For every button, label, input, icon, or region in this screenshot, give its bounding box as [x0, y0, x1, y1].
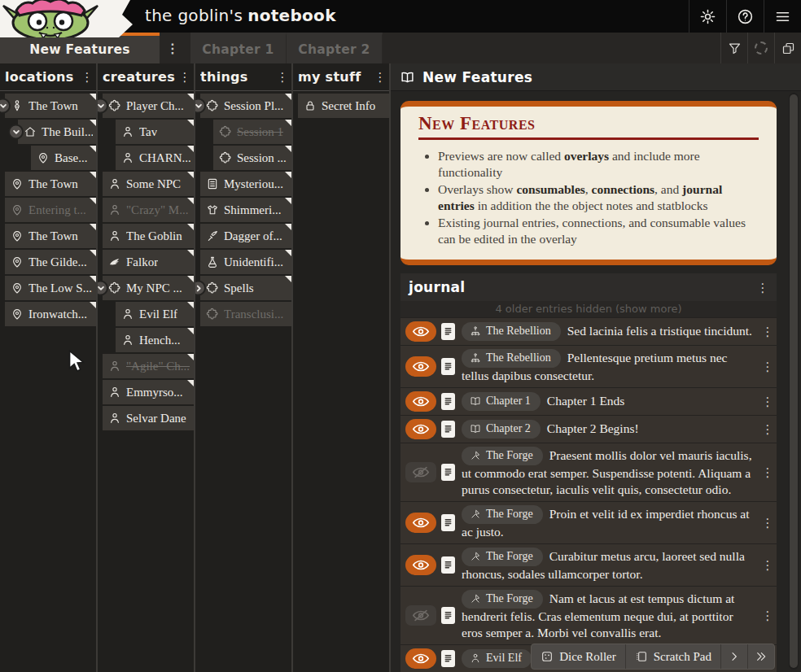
- panel-scroll-area: New Features Previews are now called ove…: [391, 91, 801, 672]
- tree-item[interactable]: The Goblin: [103, 224, 194, 248]
- tree-item[interactable]: Hench...: [116, 328, 194, 352]
- entry-menu-button[interactable]: ⋮: [760, 609, 775, 622]
- visibility-toggle[interactable]: [405, 419, 436, 439]
- tree-item[interactable]: Session Pl...: [200, 94, 291, 118]
- chevron-down-icon[interactable]: [98, 98, 108, 114]
- tab-chapter-2[interactable]: Chapter 2: [287, 33, 383, 63]
- tab-menu-button[interactable]: ⋮: [160, 33, 186, 63]
- tree-item[interactable]: Transclusi...: [200, 302, 291, 326]
- collapse-all-button[interactable]: [747, 644, 774, 669]
- note-button[interactable]: [441, 650, 455, 667]
- entry-menu-button[interactable]: ⋮: [760, 423, 775, 435]
- chevron-right-icon[interactable]: [195, 281, 206, 296]
- person-pin-icon: [11, 99, 24, 112]
- note-button[interactable]: [441, 358, 455, 375]
- column-menu-button[interactable]: ⋮: [177, 71, 192, 83]
- entry-menu-button[interactable]: ⋮: [760, 395, 775, 408]
- entry-menu-button[interactable]: ⋮: [760, 466, 775, 478]
- expand-button[interactable]: [720, 644, 747, 669]
- visibility-toggle[interactable]: [405, 391, 436, 412]
- tree-item[interactable]: The Town: [5, 172, 96, 196]
- tree-item[interactable]: The Low S...: [5, 276, 96, 300]
- entry-menu-button[interactable]: ⋮: [760, 517, 775, 529]
- scrollbar-thumb[interactable]: [790, 94, 798, 668]
- object-tag[interactable]: Evil Elf: [462, 649, 532, 668]
- show-more-link[interactable]: 4 older entries hidden (show more): [400, 301, 777, 317]
- tree-item[interactable]: Entering t...: [5, 198, 96, 222]
- tree-item[interactable]: The Gilde...: [5, 250, 96, 274]
- tree-item[interactable]: Mysteriou...: [200, 172, 291, 196]
- object-tag[interactable]: The Rebellion: [462, 349, 561, 368]
- tree-item[interactable]: Tav: [116, 120, 194, 144]
- copy-button[interactable]: [774, 33, 801, 63]
- tree-item[interactable]: Base...: [31, 146, 96, 170]
- tree-item[interactable]: Ironwatch...: [5, 302, 96, 326]
- entry-menu-button[interactable]: ⋮: [760, 325, 775, 338]
- chevron-down-icon[interactable]: [0, 98, 11, 114]
- tree-item[interactable]: Session ...: [213, 146, 291, 170]
- tab-chapter-1[interactable]: Chapter 1: [190, 33, 287, 63]
- selection-button[interactable]: [747, 33, 774, 63]
- tree-item[interactable]: Session 1: [213, 120, 291, 144]
- object-tag[interactable]: The Rebellion: [462, 322, 561, 341]
- tree-item[interactable]: CHARN...: [116, 146, 194, 170]
- visibility-toggle[interactable]: [405, 648, 436, 669]
- column-menu-button[interactable]: ⋮: [373, 71, 387, 83]
- tree-item[interactable]: Player Ch...: [103, 94, 194, 118]
- tree-item[interactable]: The Town: [5, 94, 96, 118]
- note-button[interactable]: [441, 607, 455, 624]
- object-tag[interactable]: The Forge: [462, 447, 543, 465]
- entry-menu-button[interactable]: ⋮: [760, 360, 775, 373]
- help-button[interactable]: [726, 0, 764, 33]
- tree-item[interactable]: Falkor: [103, 250, 194, 274]
- card-title: New Features: [418, 113, 759, 134]
- tree-item[interactable]: Shimmeri...: [200, 198, 291, 222]
- object-tag[interactable]: The Forge: [462, 548, 543, 566]
- column-menu-button[interactable]: ⋮: [275, 71, 290, 83]
- visibility-toggle[interactable]: [405, 321, 436, 342]
- note-button[interactable]: [441, 323, 455, 340]
- tree-item[interactable]: The Buil...: [18, 120, 96, 144]
- tree-item[interactable]: Some NPC: [103, 172, 194, 196]
- tree-item[interactable]: "Crazy" M...: [103, 198, 194, 222]
- visibility-toggle[interactable]: [405, 462, 436, 482]
- note-button[interactable]: [441, 464, 455, 481]
- tree-item[interactable]: The Town: [5, 224, 96, 248]
- tree-item[interactable]: Selvar Dane: [103, 406, 194, 430]
- scratch-pad-button[interactable]: Scratch Pad: [625, 644, 720, 669]
- chevron-down-icon[interactable]: [8, 124, 24, 140]
- object-tag[interactable]: The Forge: [462, 590, 543, 609]
- person-icon: [121, 151, 134, 164]
- visibility-toggle[interactable]: [405, 513, 436, 533]
- note-button[interactable]: [441, 421, 455, 438]
- visibility-toggle[interactable]: [405, 605, 436, 626]
- copy-icon: [781, 41, 795, 55]
- tree-item[interactable]: Secret Info: [298, 94, 389, 118]
- chevron-down-icon[interactable]: [98, 281, 108, 296]
- tree-item[interactable]: "Agile" Ch...: [103, 354, 194, 378]
- object-tag[interactable]: The Forge: [462, 505, 543, 524]
- note-button[interactable]: [441, 556, 455, 574]
- entry-menu-button[interactable]: ⋮: [760, 559, 775, 571]
- goblin-logo: [0, 0, 138, 37]
- object-tag[interactable]: Chapter 2: [462, 420, 541, 439]
- filter-button[interactable]: [720, 33, 747, 63]
- pin-icon: [11, 281, 24, 295]
- note-button[interactable]: [441, 514, 455, 531]
- tree-item[interactable]: Unidentifi...: [200, 250, 291, 274]
- note-button[interactable]: [441, 393, 455, 410]
- object-tag[interactable]: Chapter 1: [462, 392, 541, 411]
- visibility-toggle[interactable]: [405, 356, 436, 377]
- tree-item[interactable]: Spells: [200, 276, 291, 300]
- visibility-toggle[interactable]: [405, 555, 436, 575]
- tree-item[interactable]: Dagger of...: [200, 224, 291, 248]
- chevron-down-icon[interactable]: [195, 98, 206, 114]
- column-menu-button[interactable]: ⋮: [80, 71, 94, 83]
- settings-button[interactable]: [689, 0, 726, 33]
- tree-item[interactable]: My NPC ...: [103, 276, 194, 300]
- tree-item[interactable]: Evil Elf: [116, 302, 194, 326]
- dice-roller-button[interactable]: Dice Roller: [532, 644, 625, 669]
- journal-menu-button[interactable]: ⋮: [755, 281, 770, 294]
- menu-button[interactable]: [764, 0, 801, 33]
- tree-item[interactable]: Emmyrso...: [103, 380, 194, 404]
